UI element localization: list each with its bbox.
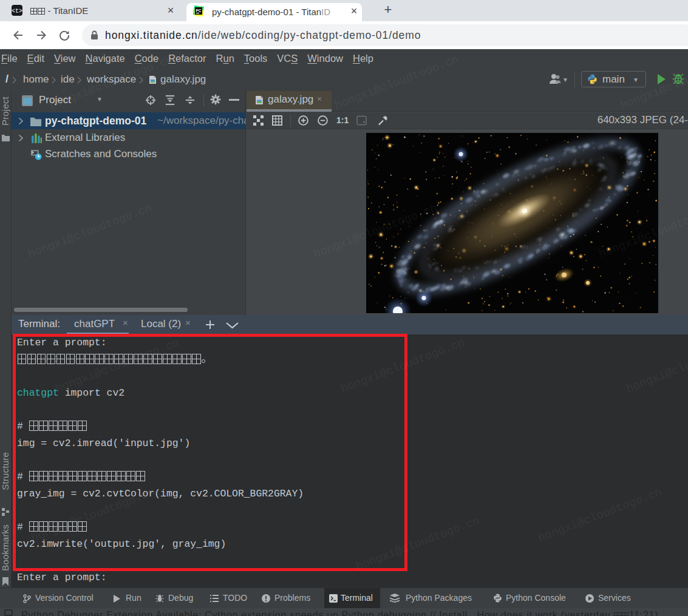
svg-text:<t>: <t> (12, 8, 22, 15)
svg-text:PC: PC (196, 8, 201, 13)
